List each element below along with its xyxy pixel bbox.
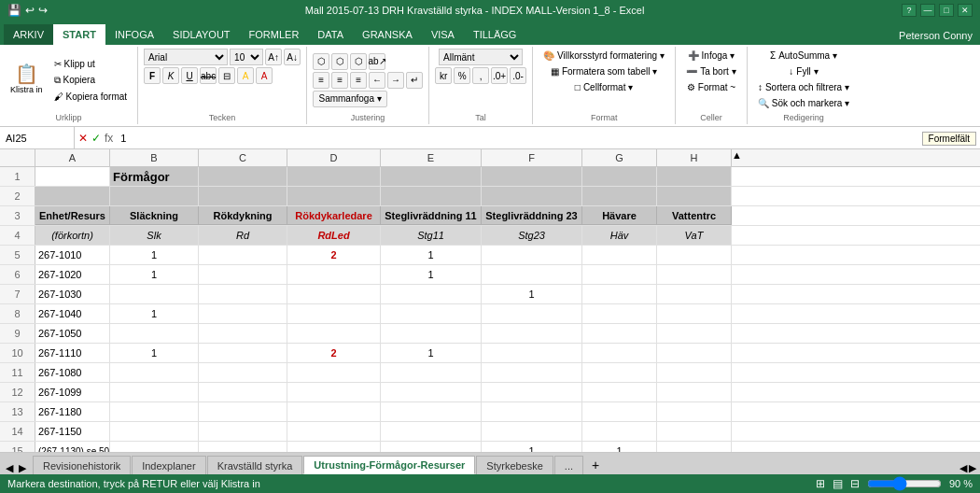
font-shrink-button[interactable]: A↓ [284,49,301,65]
cell-f15[interactable]: 1 [482,442,582,452]
cell-g4[interactable]: Häv [582,226,657,245]
cell-a8[interactable]: 267-1040 [35,304,110,323]
orientation-button[interactable]: ab↗ [369,53,385,70]
cell-a10[interactable]: 267-1110 [35,344,110,362]
cell-a14[interactable]: 267-1150 [35,422,110,441]
cell-h11[interactable] [657,363,732,382]
cell-b14[interactable] [110,422,199,441]
col-header-h[interactable]: H [657,149,732,166]
cell-h8[interactable] [657,304,732,323]
tab-infoga[interactable]: INFOGA [105,24,163,45]
cell-e4[interactable]: Stg11 [381,226,482,245]
cell-h1[interactable] [657,167,732,186]
cell-h12[interactable] [657,383,732,401]
cell-b11[interactable] [110,363,199,382]
cell-g3[interactable]: Hävare [582,206,657,225]
cell-f1[interactable] [482,167,582,186]
insert-button[interactable]: ➕ Infoga ▾ [683,49,740,63]
cell-g10[interactable] [582,344,657,362]
cell-b13[interactable] [110,402,199,421]
paste-button[interactable]: 📋 Klistra in [6,52,48,108]
cut-button[interactable]: ✂ Klipp ut [49,57,133,71]
col-header-b[interactable]: B [110,149,199,166]
sheet-tab-revisionehistorik[interactable]: Revisionehistorik [33,456,131,474]
cell-g8[interactable] [582,304,657,323]
autosum-button[interactable]: Σ AutoSumma ▾ [765,49,842,63]
cell-g7[interactable] [582,285,657,303]
font-color-button[interactable]: A [256,67,273,84]
tab-formler[interactable]: FORMLER [240,24,309,45]
view-page-break-icon[interactable]: ⊟ [850,477,860,490]
font-size-select[interactable]: 10 11 12 [230,49,263,65]
align-top-right-button[interactable]: ⬡ [350,53,367,70]
view-normal-icon[interactable]: ⊞ [816,477,825,490]
format-as-table-button[interactable]: ▦ Formatera som tabell ▾ [546,64,662,78]
delete-button[interactable]: ➖ Ta bort ▾ [681,64,741,78]
cell-a11[interactable]: 267-1080 [35,363,110,382]
find-select-button[interactable]: 🔍 Sök och markera ▾ [753,96,854,110]
cell-e3[interactable]: Steglivräddning 11 [381,206,482,225]
cell-a1[interactable] [35,167,110,186]
decimal-plus-button[interactable]: .0+ [491,67,508,84]
cell-c4[interactable]: Rd [199,226,287,245]
cell-b2[interactable] [110,187,199,205]
redo-icon[interactable]: ↪ [38,4,48,17]
insert-function-icon[interactable]: fx [105,132,113,145]
cell-h4[interactable]: VaT [657,226,732,245]
cell-h2[interactable] [657,187,732,205]
cell-e10[interactable]: 1 [381,344,482,362]
cell-d14[interactable] [287,422,381,441]
cell-c15[interactable] [199,442,287,452]
cell-d8[interactable] [287,304,381,323]
cell-e14[interactable] [381,422,482,441]
underline-button[interactable]: U [181,67,198,84]
align-center-button[interactable]: ≡ [331,72,348,89]
tab-data[interactable]: DATA [308,24,353,45]
cell-d9[interactable] [287,324,381,343]
format-cells-button[interactable]: ⚙ Format ~ [682,80,740,94]
cell-b7[interactable] [110,285,199,303]
cell-a13[interactable]: 267-1180 [35,402,110,421]
align-top-center-button[interactable]: ⬡ [331,53,348,70]
cell-b15[interactable] [110,442,199,452]
cell-a3[interactable]: Enhet/Resurs [35,206,110,225]
cell-e13[interactable] [381,402,482,421]
cell-f9[interactable] [482,324,582,343]
cell-e9[interactable] [381,324,482,343]
cell-f4[interactable]: Stg23 [482,226,582,245]
cell-f3[interactable]: Steglivräddning 23 [482,206,582,225]
sheet-nav-left-icon[interactable]: ◀ [4,462,15,474]
cell-c3[interactable]: Rökdykning [199,206,287,225]
cell-e15[interactable] [381,442,482,452]
sheet-tab-utrustning[interactable]: Utrustning-Förmågor-Resurser [303,456,475,474]
cell-d15[interactable] [287,442,381,452]
cell-e1[interactable] [381,167,482,186]
col-header-g[interactable]: G [582,149,657,166]
cell-a9[interactable]: 267-1050 [35,324,110,343]
cell-c11[interactable] [199,363,287,382]
cell-f5[interactable] [482,246,582,264]
bold-button[interactable]: F [144,67,161,84]
cell-d2[interactable] [287,187,381,205]
cell-e7[interactable] [381,285,482,303]
cell-h7[interactable] [657,285,732,303]
cell-c1[interactable] [199,167,287,186]
cell-f10[interactable] [482,344,582,362]
cell-f14[interactable] [482,422,582,441]
cell-d11[interactable] [287,363,381,382]
col-header-f[interactable]: F [482,149,582,166]
tab-start[interactable]: START [53,24,105,45]
cell-a6[interactable]: 267-1020 [35,265,110,284]
cancel-formula-icon[interactable]: ✕ [78,132,88,145]
cell-d4[interactable]: RdLed [287,226,381,245]
cell-c10[interactable] [199,344,287,362]
cell-g11[interactable] [582,363,657,382]
decimal-minus-button[interactable]: .0- [510,67,526,84]
cell-c14[interactable] [199,422,287,441]
maximize-btn[interactable]: □ [939,4,954,17]
align-top-left-button[interactable]: ⬡ [313,53,329,70]
cell-h5[interactable] [657,246,732,264]
format-painter-button[interactable]: 🖌 Kopiera format [49,90,133,104]
cell-c13[interactable] [199,402,287,421]
cell-d3[interactable]: Rökdykarledare [287,206,381,225]
